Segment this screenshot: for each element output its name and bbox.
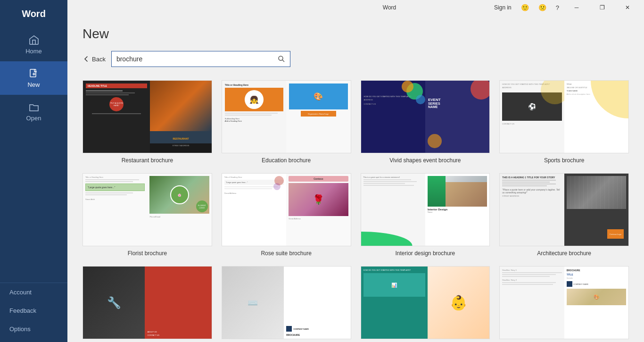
template-label: Vivid shapes event brochure <box>389 157 461 164</box>
template-label: Architecture brochure <box>537 250 591 257</box>
sidebar-item-new-label: New <box>27 81 40 88</box>
template-label: Sports brochure <box>544 157 584 164</box>
smiley-icon: 🙂 <box>518 3 532 12</box>
content-area: New Back <box>67 15 644 342</box>
sidebar-item-options[interactable]: Options <box>0 320 67 338</box>
svg-point-1 <box>279 56 283 60</box>
sidebar-item-feedback[interactable]: Feedback <box>0 301 67 320</box>
svg-line-2 <box>282 60 284 62</box>
sidebar-bottom: Account Feedback Options <box>0 283 67 342</box>
home-icon <box>28 34 40 46</box>
maximize-button[interactable]: ❐ <box>591 0 613 15</box>
sad-icon: 🙁 <box>536 3 549 12</box>
help-button[interactable]: ? <box>553 3 562 12</box>
sidebar-item-account[interactable]: Account <box>0 283 67 301</box>
titlebar-center: Word <box>383 4 396 11</box>
sidebar-item-open-label: Open <box>26 115 41 122</box>
template-newsletter[interactable]: Headline, Story 1 Headline, Story 2 BROC… <box>499 266 629 342</box>
svg-rect-0 <box>30 69 36 77</box>
template-interior[interactable]: This is a great spot for a mission state… <box>361 173 490 257</box>
back-button[interactable]: Back <box>83 55 106 63</box>
sidebar-item-open[interactable]: Open <box>0 95 67 128</box>
template-architecture[interactable]: THIS IS A HEADING 1 TITLE FOR YOUR STORY… <box>499 173 629 257</box>
template-restaurant[interactable]: HEADLINE TITLE "PUT A QUOTE HERE" RESTAU… <box>83 80 212 164</box>
titlebar: Word Sign in 🙂 🙁 ? ─ ❐ ✕ <box>135 0 644 15</box>
new-icon <box>28 68 40 79</box>
search-icon <box>278 55 285 63</box>
close-button[interactable]: ✕ <box>617 0 638 15</box>
search-box <box>111 51 290 67</box>
template-education[interactable]: Title or Heading Here 👧 Subheading Here … <box>222 80 351 164</box>
app-title: Word <box>0 0 67 28</box>
minimize-button[interactable]: ─ <box>566 0 587 15</box>
template-tools[interactable]: 🔧 ABOUT US CONTACT US <box>83 266 212 342</box>
main-content: Word Sign in 🙂 🙁 ? ─ ❐ ✕ New Back <box>67 0 644 342</box>
sidebar-item-new[interactable]: New <box>0 61 67 95</box>
page-title: New <box>83 26 629 42</box>
sidebar: Word Home New Open Account Feedback Opti… <box>0 0 67 342</box>
template-label: Interior design brochure <box>396 250 455 257</box>
template-label: Florist brochure <box>128 250 167 257</box>
template-label: Restaurant brochure <box>122 157 173 164</box>
back-label: Back <box>92 56 106 63</box>
template-label: Education brochure <box>262 157 311 164</box>
titlebar-controls: Sign in 🙂 🙁 ? ─ ❐ ✕ <box>491 0 638 15</box>
sign-in-button[interactable]: Sign in <box>491 3 514 12</box>
template-label: Rose suite brochure <box>261 250 311 257</box>
template-grid: HEADLINE TITLE "PUT A QUOTE HERE" RESTAU… <box>83 80 629 342</box>
sidebar-item-home-label: Home <box>25 48 42 55</box>
back-arrow-icon <box>83 55 90 63</box>
template-florist[interactable]: Title or Heading Here "Large quote goes … <box>83 173 212 257</box>
open-icon <box>28 101 40 113</box>
template-vivid[interactable]: HOW DO YOU GET STARTED WITH THIS TEMPLAT… <box>361 80 490 164</box>
template-keyboard[interactable]: ⌨️ COMPANY NAME BROCHURE <box>222 266 351 342</box>
sidebar-item-home[interactable]: Home <box>0 28 67 61</box>
search-row: Back <box>83 51 629 67</box>
search-button[interactable] <box>273 51 290 67</box>
template-rose[interactable]: Title of Heading Here "Large quote goes … <box>222 173 351 257</box>
search-input[interactable] <box>112 52 273 66</box>
template-baby[interactable]: HOW DO YOU GET STARTED WITH THIS TEMPLAT… <box>361 266 490 342</box>
template-sports[interactable]: HOW DO YOU GET STARTED WITH THIS TEMPLAT… <box>499 80 629 164</box>
